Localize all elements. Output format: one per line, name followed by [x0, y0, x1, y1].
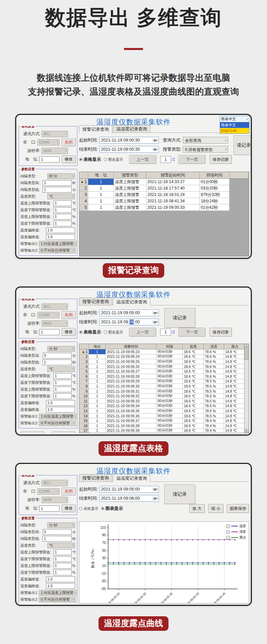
- param-select[interactable]: 0:不对应任何报警: [39, 597, 76, 602]
- scroll-thumb[interactable]: [244, 348, 248, 360]
- param-input[interactable]: 0: [43, 529, 72, 535]
- param-select[interactable]: ℃: [47, 543, 75, 548]
- page-number-input[interactable]: 1: [160, 156, 171, 163]
- modify-address-button[interactable]: 修改: [62, 504, 76, 512]
- end-time-input[interactable]: 2021-11-19 09:00:35▦▾: [99, 146, 159, 153]
- table-row[interactable]: 1612021-11-19 09:05:3800分01秒18.6 ℃78.4 %…: [79, 423, 249, 428]
- save-records-button[interactable]: 保存记录: [210, 328, 232, 337]
- table-row[interactable]: 812021-11-19 09:05:3000分01秒18.6 ℃78.5 %1…: [79, 384, 249, 389]
- param-input[interactable]: 1: [53, 570, 72, 575]
- param-input[interactable]: 1: [53, 380, 72, 386]
- calendar-dropdown-icon[interactable]: ▦▾: [152, 139, 158, 142]
- address-input[interactable]: 1: [39, 156, 59, 163]
- chart-display-radio[interactable]: 图表显示: [101, 505, 123, 512]
- table-row[interactable]: 1112021-11-19 09:05:3300分01秒18.6 ℃78.5 %…: [79, 399, 249, 404]
- param-input[interactable]: 1: [53, 387, 72, 392]
- scroll-down-icon[interactable]: ▼: [244, 429, 248, 433]
- param-select[interactable]: ℃: [47, 194, 75, 199]
- zoom-in-button[interactable]: 放 大: [189, 504, 204, 513]
- read-records-button[interactable]: 读记录: [164, 308, 195, 328]
- alarm-records-table[interactable]: 地 址报警类型报警起始时间持续时间▸ 11温度上限报警2021-11-18 14…: [79, 172, 249, 256]
- param-input[interactable]: 1: [53, 563, 72, 569]
- calendar-dropdown-icon[interactable]: ▦▾: [152, 488, 158, 491]
- alarm-type-select[interactable]: 0:所有报警类型: [183, 146, 228, 153]
- param-select[interactable]: 1:对应温度上限报警: [39, 414, 77, 419]
- table-display-radio[interactable]: 表格显示: [79, 506, 98, 511]
- comm-port-select[interactable]: COM5: [38, 488, 60, 495]
- tab-alarm-query[interactable]: 报警记录查询: [79, 298, 112, 305]
- param-input[interactable]: 1: [53, 373, 72, 379]
- page-number-input[interactable]: 1: [160, 329, 171, 336]
- baud-rate-select[interactable]: 9600: [42, 497, 68, 503]
- chart-display-radio[interactable]: 图表显示: [104, 157, 123, 162]
- modify-params-button[interactable]: 修改: [52, 431, 75, 433]
- read-records-button[interactable]: 读记录: [234, 135, 252, 155]
- measurement-records-table[interactable]: ▲ ▼ 地址测量时间间隔温度湿度露点▸ 112021-11-19 09:05:2…: [79, 344, 249, 433]
- comm-port-select[interactable]: COM5: [38, 139, 60, 146]
- comm-method-select[interactable]: 串口: [42, 303, 68, 310]
- table-row[interactable]: 1412021-11-19 09:05:3600分01秒18.6 ℃78.5 %…: [79, 414, 249, 419]
- param-select[interactable]: 分:秒: [47, 522, 75, 528]
- table-row[interactable]: 31温度上限报警2021-11-18 18:01:24879分32秒: [79, 192, 249, 198]
- table-row[interactable]: 1012021-11-19 09:05:3200分01秒18.6 ℃78.5 %…: [79, 394, 249, 399]
- param-input[interactable]: 1: [53, 221, 72, 226]
- prev-page-button[interactable]: 上一页: [129, 328, 156, 337]
- language-dropdown[interactable]: 简体中文 ˅ 简体中文 English: [220, 116, 249, 134]
- table-row[interactable]: 21温度上限报警2021-11-18 17:57:4003分20秒: [79, 185, 249, 192]
- next-page-button[interactable]: 下一页: [178, 155, 205, 164]
- table-row[interactable]: 912021-11-19 09:05:3100分01秒18.6 ℃78.5 %1…: [79, 389, 249, 394]
- param-input[interactable]: 1: [43, 187, 72, 193]
- end-time-input[interactable]: 2021-11-19 09:06:00▦▾: [99, 319, 159, 325]
- param-input[interactable]: 1: [53, 556, 72, 562]
- prev-page-button[interactable]: 上一页: [129, 155, 156, 164]
- param-input[interactable]: 1.0: [46, 407, 75, 413]
- language-option-chinese[interactable]: 简体中文: [220, 122, 249, 128]
- param-input[interactable]: 1: [53, 207, 72, 213]
- legend-checkbox[interactable]: ✓: [226, 536, 230, 540]
- param-input[interactable]: 1: [43, 536, 72, 542]
- table-row[interactable]: 212021-11-19 09:05:2400分01秒18.6 ℃78.6 %1…: [79, 354, 249, 360]
- table-row[interactable]: 612021-11-19 09:05:2800分01秒18.6 ℃78.6 %1…: [79, 374, 249, 379]
- close-port-button[interactable]: 关闭: [62, 488, 76, 495]
- save-records-button[interactable]: 保存记录: [210, 155, 232, 164]
- tab-record-query[interactable]: 温湿度记录查询: [113, 474, 150, 482]
- param-input[interactable]: 1: [43, 360, 72, 365]
- end-time-input[interactable]: 2021-11-19 09:06:00▦▾: [99, 495, 159, 502]
- read-records-button[interactable]: 读记录: [164, 485, 195, 504]
- param-input[interactable]: 1.0: [46, 234, 75, 240]
- param-input[interactable]: 1.0: [46, 576, 75, 582]
- legend-checkbox[interactable]: ✓: [226, 530, 230, 534]
- table-row[interactable]: 1312021-11-19 09:05:3500分01秒18.6 ℃78.5 %…: [79, 408, 249, 414]
- table-row[interactable]: 1512021-11-19 09:05:3700分01秒18.6 ℃78.4 %…: [79, 418, 249, 423]
- modify-address-button[interactable]: 修改: [62, 155, 76, 163]
- table-row[interactable]: ▸ 11温度上限报警2021-11-18 14:33:2701分00秒: [79, 179, 249, 185]
- table-row[interactable]: ▸ 112021-11-19 09:05:2300分01秒18.6 ℃78.6 …: [79, 349, 249, 354]
- calendar-dropdown-icon[interactable]: ▦▾: [152, 497, 158, 500]
- param-input[interactable]: 1.0: [46, 583, 75, 589]
- param-input[interactable]: 1.0: [46, 400, 75, 406]
- param-select[interactable]: 1:对应温度上限报警: [39, 590, 77, 596]
- param-input[interactable]: 0: [43, 353, 72, 358]
- param-select[interactable]: ℃: [47, 366, 75, 372]
- tab-alarm-query[interactable]: 报警记录查询: [79, 125, 112, 133]
- table-row[interactable]: 412021-11-19 09:05:2600分01秒18.6 ℃78.6 %1…: [79, 364, 249, 369]
- tab-record-query[interactable]: 温湿度记录查询: [113, 125, 150, 132]
- zoom-out-button[interactable]: 缩 小: [208, 504, 223, 513]
- chart-display-radio[interactable]: 图表显示: [104, 330, 123, 335]
- param-input[interactable]: 1: [53, 393, 72, 399]
- table-row[interactable]: 51温度上限报警2021-11-19 09:00:3301分42秒: [79, 204, 249, 211]
- address-input[interactable]: 1: [39, 505, 59, 512]
- param-input[interactable]: 1: [53, 549, 72, 555]
- start-time-input[interactable]: 2021-11-19 09:05:00▦▾: [99, 309, 159, 316]
- close-port-button[interactable]: 关闭: [62, 311, 76, 319]
- param-select[interactable]: 0:不对应任何报警: [39, 420, 76, 426]
- tab-record-query[interactable]: 温湿度记录查询: [113, 298, 150, 305]
- table-display-radio[interactable]: 表格显示: [79, 156, 101, 163]
- comm-port-select[interactable]: COM5: [38, 312, 60, 318]
- table-scrollbar[interactable]: ▲ ▼: [244, 344, 249, 433]
- table-row[interactable]: 1712021-11-19 09:05:3900分01秒18.6 ℃78.4 %…: [79, 428, 249, 434]
- table-row[interactable]: 712021-11-19 09:05:2900分01秒18.6 ℃78.5 %1…: [79, 379, 249, 384]
- param-select[interactable]: 时:分: [47, 173, 75, 179]
- chart-save-button[interactable]: 图表保存: [227, 504, 249, 513]
- address-input[interactable]: 1: [39, 329, 59, 335]
